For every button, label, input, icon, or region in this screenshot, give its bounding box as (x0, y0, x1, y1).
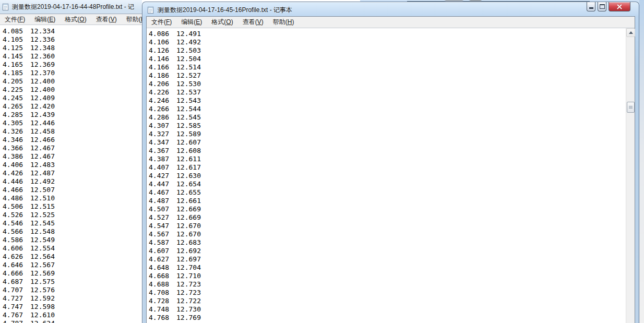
data-row: 4.34712.607 (149, 138, 626, 147)
data-row: 4.54712.670 (149, 222, 626, 230)
maximize-icon (600, 4, 605, 9)
data-row: 4.42712.630 (149, 172, 626, 180)
maximize-button[interactable] (598, 2, 606, 11)
data-row: 4.72712.592 (3, 294, 142, 303)
data-row: 4.28612.545 (149, 113, 626, 122)
data-row: 4.58612.549 (3, 236, 142, 244)
vertical-scrollbar[interactable] (626, 28, 635, 323)
data-row: 4.56612.548 (3, 228, 142, 236)
menu-view[interactable]: 查看(V) (238, 17, 268, 28)
data-row: 4.34612.466 (3, 136, 142, 144)
data-row: 4.44612.492 (3, 177, 142, 186)
scroll-up-icon (629, 31, 633, 34)
scrollbar-thumb[interactable] (627, 102, 635, 113)
left-window-body: 文件(F)编辑(E)格式(O)查看(V)帮助(H) 4.08512.3344.1… (0, 14, 142, 323)
menu-view[interactable]: 查看(V) (91, 14, 122, 25)
data-row: 4.38612.467 (3, 152, 142, 161)
data-row: 4.32712.589 (149, 130, 626, 138)
data-row: 4.30512.446 (3, 119, 142, 127)
data-row: 4.46712.655 (149, 188, 626, 197)
menu-file[interactable]: 文件(F) (147, 17, 176, 28)
data-row: 4.22512.400 (3, 86, 142, 94)
data-row: 4.64812.704 (149, 264, 626, 272)
data-row: 4.36612.467 (3, 144, 142, 152)
data-row: 4.10512.336 (3, 35, 142, 44)
menu-edit[interactable]: 编辑(E) (30, 14, 60, 25)
menubar: 文件(F)编辑(E)格式(O)查看(V)帮助(H) (147, 17, 635, 28)
menu-edit[interactable]: 编辑(E) (176, 17, 207, 28)
data-row: 4.76712.610 (3, 311, 142, 319)
right-titlebar[interactable]: 测量数据2019-04-17-16-45-16Profile.txt - 记事本 (147, 4, 512, 16)
data-row: 4.68712.575 (3, 278, 142, 286)
data-row: 4.62612.564 (3, 253, 142, 261)
left-titlebar[interactable]: 测量数据2019-04-17-16-44-48Profile.txt - 记 (0, 0, 142, 14)
notepad-icon (2, 3, 9, 11)
text-area[interactable]: 4.08612.4914.10612.4924.12612.5034.14612… (147, 28, 626, 323)
minimize-icon (589, 7, 593, 9)
data-row: 4.32612.458 (3, 127, 142, 136)
data-row: 4.16612.514 (149, 63, 626, 71)
data-row: 4.60612.554 (3, 244, 142, 253)
data-row: 4.52712.669 (149, 213, 626, 222)
data-row: 4.44712.654 (149, 180, 626, 188)
close-icon (617, 4, 622, 9)
data-row: 4.56712.670 (149, 230, 626, 238)
data-row: 4.54612.545 (3, 219, 142, 228)
data-row: 4.70712.576 (3, 286, 142, 294)
data-row: 4.78712.624 (3, 319, 142, 323)
data-row: 4.38712.611 (149, 155, 626, 163)
data-row: 4.40712.617 (149, 163, 626, 172)
data-row: 4.26612.544 (149, 105, 626, 113)
data-row: 4.76812.769 (149, 314, 626, 322)
menu-file[interactable]: 文件(F) (0, 14, 30, 25)
data-row: 4.10612.492 (149, 38, 626, 46)
data-row: 4.70812.723 (149, 289, 626, 297)
data-row: 4.12612.503 (149, 46, 626, 55)
menu-format[interactable]: 格式(O) (60, 14, 91, 25)
data-row: 4.66612.569 (3, 269, 142, 278)
data-row: 4.58712.683 (149, 238, 626, 247)
data-row: 4.72812.722 (149, 297, 626, 305)
close-button[interactable] (609, 2, 630, 11)
data-row: 4.08512.334 (3, 27, 142, 35)
data-row: 4.62712.697 (149, 255, 626, 264)
data-row: 4.68812.723 (149, 280, 626, 289)
data-row: 4.28512.439 (3, 111, 142, 119)
scroll-up-button[interactable] (626, 28, 635, 37)
data-row: 4.20612.530 (149, 80, 626, 88)
data-row: 4.52612.525 (3, 211, 142, 219)
menubar: 文件(F)编辑(E)格式(O)查看(V)帮助(H) (0, 14, 142, 25)
data-row: 4.18512.370 (3, 69, 142, 77)
data-row: 4.22612.537 (149, 88, 626, 97)
window-title: 测量数据2019-04-17-16-44-48Profile.txt - 记 (12, 3, 134, 11)
window-title: 测量数据2019-04-17-16-45-16Profile.txt - 记事本 (158, 6, 292, 15)
data-row: 4.30712.585 (149, 122, 626, 130)
notepad-icon (147, 6, 154, 14)
text-area[interactable]: 4.08512.3344.10512.3364.12512.3484.14512… (0, 25, 142, 323)
data-row: 4.20512.400 (3, 77, 142, 86)
minimize-button[interactable] (587, 2, 595, 11)
data-row: 4.60712.692 (149, 247, 626, 255)
data-row: 4.14512.360 (3, 52, 142, 61)
data-row: 4.46612.507 (3, 186, 142, 194)
data-row: 4.26512.420 (3, 102, 142, 111)
menu-help[interactable]: 帮助(H) (268, 17, 299, 28)
data-row: 4.18612.527 (149, 71, 626, 80)
data-row: 4.50612.515 (3, 202, 142, 211)
data-row: 4.74712.598 (3, 303, 142, 311)
data-row: 4.14612.504 (149, 55, 626, 63)
data-row: 4.48612.510 (3, 194, 142, 202)
menu-format[interactable]: 格式(O) (207, 17, 237, 28)
data-row: 4.40612.483 (3, 161, 142, 169)
data-row: 4.24512.409 (3, 94, 142, 102)
data-row: 4.16512.369 (3, 61, 142, 69)
notepad-window-left: 测量数据2019-04-17-16-44-48Profile.txt - 记 文… (0, 0, 142, 323)
data-row: 4.66812.710 (149, 272, 626, 280)
data-row: 4.74812.730 (149, 305, 626, 314)
data-row: 4.12512.348 (3, 44, 142, 52)
notepad-window-right: 测量数据2019-04-17-16-45-16Profile.txt - 记事本… (142, 2, 639, 323)
data-row: 4.50712.669 (149, 205, 626, 213)
data-row: 4.48712.661 (149, 197, 626, 205)
data-row: 4.42612.487 (3, 169, 142, 177)
background-window-edge (639, 0, 644, 323)
